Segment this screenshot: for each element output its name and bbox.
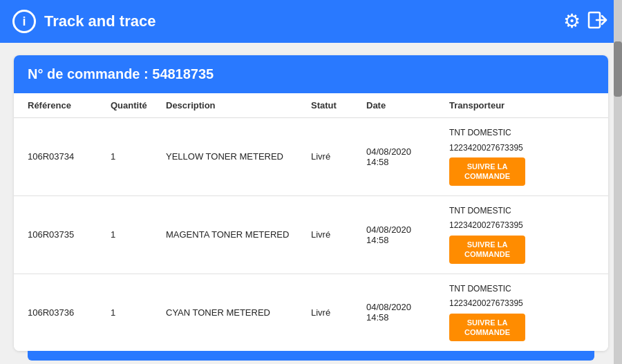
order-number: N° de commande : 54818735: [28, 66, 214, 82]
cell-transporteur-2: TNT DOMESTIC 1223420027673395 SUIVRE LA …: [449, 284, 594, 342]
header-icons: ⚙: [563, 9, 610, 35]
scrollbar-thumb[interactable]: [614, 41, 622, 97]
app-title: Track and trace: [44, 12, 156, 30]
col-header-reference: Référence: [28, 100, 111, 111]
cell-reference-1: 106R03735: [28, 229, 111, 240]
cell-transporteur-0: TNT DOMESTIC 1223420027673395 SUIVRE LA …: [449, 128, 594, 186]
col-header-date: Date: [366, 100, 449, 111]
header-left: i Track and trace: [12, 10, 156, 33]
bottom-bar: [28, 351, 594, 361]
tnt-number-2: 1223420027673395: [449, 298, 594, 309]
col-header-transporteur: Transporteur: [449, 100, 594, 111]
cell-quantity-2: 1: [111, 307, 166, 318]
settings-icon[interactable]: ⚙: [563, 12, 581, 31]
cell-date-1: 04/08/2020 14:58: [366, 224, 449, 245]
tnt-number-1: 1223420027673395: [449, 220, 594, 231]
table-row: 106R03735 1 MAGENTA TONER METERED Livré …: [14, 196, 608, 274]
page-wrapper: i Track and trace ⚙ N° de commande : 548…: [0, 0, 622, 364]
cell-statut-1: Livré: [311, 229, 366, 240]
suivre-button-2[interactable]: SUIVRE LA COMMANDE: [449, 314, 525, 342]
app-header: i Track and trace ⚙: [0, 0, 622, 43]
cell-quantity-1: 1: [111, 229, 166, 240]
cell-quantity-0: 1: [111, 151, 166, 162]
cell-date-2: 04/08/2020 14:58: [366, 302, 449, 323]
tnt-name-1: TNT DOMESTIC: [449, 206, 594, 217]
cell-description-2: CYAN TONER METERED: [166, 307, 311, 318]
cell-description-0: YELLOW TONER METERED: [166, 151, 311, 162]
cell-transporteur-1: TNT DOMESTIC 1223420027673395 SUIVRE LA …: [449, 206, 594, 264]
cell-statut-2: Livré: [311, 307, 366, 318]
tnt-number-0: 1223420027673395: [449, 143, 594, 154]
suivre-button-0[interactable]: SUIVRE LA COMMANDE: [449, 157, 525, 186]
col-header-statut: Statut: [311, 100, 366, 111]
tnt-name-0: TNT DOMESTIC: [449, 128, 594, 139]
main-content: N° de commande : 54818735 Référence Quan…: [0, 43, 622, 364]
col-header-description: Description: [166, 100, 311, 111]
cell-reference-0: 106R03734: [28, 151, 111, 162]
tnt-name-2: TNT DOMESTIC: [449, 284, 594, 295]
cell-reference-2: 106R03736: [28, 307, 111, 318]
suivre-button-1[interactable]: SUIVRE LA COMMANDE: [449, 236, 525, 264]
cell-date-0: 04/08/2020 14:58: [366, 146, 449, 167]
info-icon[interactable]: i: [12, 10, 36, 33]
cell-description-1: MAGENTA TONER METERED: [166, 229, 311, 240]
order-card: N° de commande : 54818735 Référence Quan…: [14, 55, 608, 351]
table-header: Référence Quantité Description Statut Da…: [14, 93, 608, 118]
table-row: 106R03736 1 CYAN TONER METERED Livré 04/…: [14, 274, 608, 352]
logout-icon[interactable]: [587, 9, 610, 35]
orders-table: Référence Quantité Description Statut Da…: [14, 93, 608, 351]
scrollbar-track[interactable]: [614, 0, 622, 364]
order-header: N° de commande : 54818735: [14, 55, 608, 93]
cell-statut-0: Livré: [311, 151, 366, 162]
col-header-quantity: Quantité: [111, 100, 166, 111]
table-row: 106R03734 1 YELLOW TONER METERED Livré 0…: [14, 118, 608, 196]
